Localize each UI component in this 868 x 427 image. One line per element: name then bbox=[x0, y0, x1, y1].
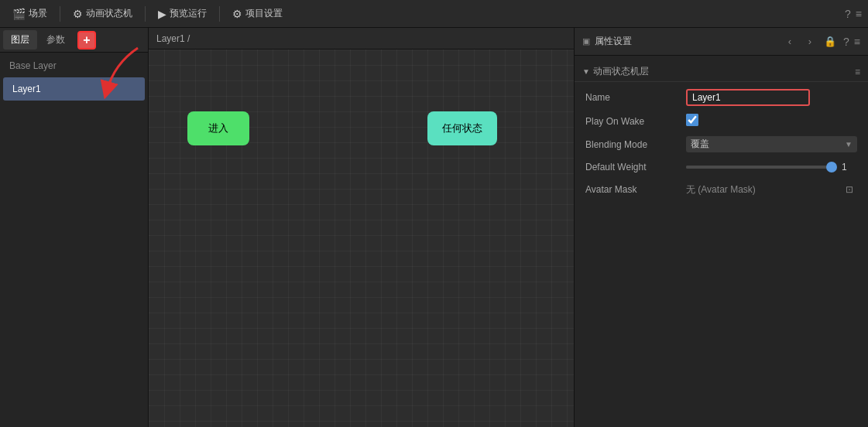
prop-row-default-weight: Default Weight 1 bbox=[575, 156, 868, 178]
right-panel-content: ▼ 动画状态机层 ≡ Name Play On Wake Blendin bbox=[575, 56, 868, 207]
prop-default-weight-value: 1 bbox=[686, 162, 857, 173]
prop-default-weight-label: Default Weight bbox=[585, 162, 686, 173]
prop-name-label: Name bbox=[585, 92, 686, 103]
section-header-animator-layer: ▼ 动画状态机层 ≡ bbox=[575, 62, 868, 82]
prop-row-avatar-mask: Avatar Mask 无 (Avatar Mask) ⊡ bbox=[575, 178, 868, 201]
avatar-mask-text: 无 (Avatar Mask) bbox=[686, 183, 756, 196]
weight-slider-thumb[interactable] bbox=[826, 162, 837, 173]
name-input[interactable] bbox=[686, 89, 810, 106]
weight-slider-row: 1 bbox=[686, 162, 857, 173]
prop-avatar-mask-label: Avatar Mask bbox=[585, 184, 686, 195]
weight-slider-fill bbox=[686, 166, 835, 169]
left-panel-tabs: 图层 参数 + bbox=[0, 28, 148, 53]
toolbar-preview-label: 预览运行 bbox=[170, 7, 207, 20]
blending-mode-select[interactable]: 覆盖 ▼ bbox=[686, 136, 857, 152]
menu-icon[interactable]: ≡ bbox=[856, 8, 862, 20]
prop-row-name: Name bbox=[575, 85, 868, 110]
blending-mode-text: 覆盖 bbox=[691, 138, 709, 151]
nav-lock-button[interactable]: 🔒 bbox=[822, 33, 839, 50]
state-enter-node[interactable]: 进入 bbox=[187, 111, 249, 145]
toolbar-sep-2 bbox=[145, 6, 146, 22]
prop-name-value bbox=[686, 89, 857, 106]
top-toolbar: 🎬 场景 ⚙ 动画状态机 ▶ 预览运行 ⚙ 项目设置 ? ≡ bbox=[0, 0, 868, 28]
toolbar-sep-1 bbox=[60, 6, 60, 22]
left-panel: 图层 参数 + Base Layer Layer1 bbox=[0, 28, 149, 427]
section-title: 动画状态机层 bbox=[593, 65, 649, 78]
toolbar-settings[interactable]: ⚙ 项目设置 bbox=[226, 4, 289, 23]
toolbar-animator[interactable]: ⚙ 动画状态机 bbox=[67, 4, 139, 23]
add-layer-button[interactable]: + bbox=[77, 31, 96, 50]
base-layer-label: Base Layer bbox=[0, 56, 148, 76]
settings-icon: ⚙ bbox=[232, 8, 242, 20]
toolbar-scene-label: 场景 bbox=[29, 7, 47, 20]
weight-slider-value: 1 bbox=[842, 162, 857, 173]
nav-back-button[interactable]: ‹ bbox=[781, 33, 798, 50]
state-any-node[interactable]: 任何状态 bbox=[427, 111, 497, 145]
prop-row-play-on-wake: Play On Wake bbox=[575, 110, 868, 132]
prop-row-blending-mode: Blending Mode 覆盖 ▼ bbox=[575, 132, 868, 156]
preview-icon: ▶ bbox=[158, 8, 166, 20]
right-panel-icon: ▣ bbox=[582, 36, 590, 46]
main-layout: 图层 参数 + Base Layer Layer1 Layer1 / 进入 任何… bbox=[0, 28, 868, 427]
toolbar-settings-label: 项目设置 bbox=[245, 7, 283, 20]
right-help-icon[interactable]: ? bbox=[843, 36, 849, 48]
canvas-area: Layer1 / 进入 任何状态 bbox=[149, 28, 574, 427]
right-panel-title: 属性设置 bbox=[595, 35, 777, 48]
nav-forward-button[interactable]: › bbox=[801, 33, 818, 50]
weight-slider-track[interactable] bbox=[686, 166, 835, 169]
right-panel-header: ▣ 属性设置 ‹ › 🔒 ? ≡ bbox=[575, 28, 868, 56]
right-menu-icon[interactable]: ≡ bbox=[854, 36, 860, 48]
tab-params[interactable]: 参数 bbox=[39, 30, 73, 50]
breadcrumb-path: Layer1 / bbox=[156, 33, 190, 44]
scene-icon: 🎬 bbox=[12, 8, 26, 20]
toolbar-preview[interactable]: ▶ 预览运行 bbox=[152, 4, 213, 23]
help-icon[interactable]: ? bbox=[845, 8, 851, 20]
prop-play-on-wake-value bbox=[686, 114, 857, 128]
layer-list: Base Layer Layer1 bbox=[0, 53, 148, 427]
state-any-label: 任何状态 bbox=[442, 121, 482, 135]
canvas-grid[interactable]: 进入 任何状态 bbox=[149, 50, 574, 427]
avatar-mask-pick-button[interactable]: ⊡ bbox=[842, 182, 857, 197]
blending-mode-arrow-icon: ▼ bbox=[845, 140, 853, 149]
state-enter-label: 进入 bbox=[208, 121, 228, 135]
animator-icon: ⚙ bbox=[73, 8, 83, 20]
prop-play-on-wake-label: Play On Wake bbox=[585, 116, 686, 127]
right-panel-nav: ‹ › 🔒 bbox=[781, 33, 839, 50]
tab-layers[interactable]: 图层 bbox=[3, 30, 37, 50]
prop-avatar-mask-value: 无 (Avatar Mask) ⊡ bbox=[686, 182, 857, 197]
right-panel: ▣ 属性设置 ‹ › 🔒 ? ≡ ▼ 动画状态机层 ≡ Name bbox=[574, 28, 868, 427]
layer-item-layer1[interactable]: Layer1 bbox=[3, 77, 145, 101]
section-menu-icon[interactable]: ≡ bbox=[855, 67, 860, 77]
section-collapse-icon[interactable]: ▼ bbox=[582, 67, 590, 76]
toolbar-right: ? ≡ bbox=[845, 8, 862, 20]
play-on-wake-checkbox[interactable] bbox=[686, 114, 698, 126]
toolbar-scene[interactable]: 🎬 场景 bbox=[6, 4, 53, 23]
prop-blending-mode-value: 覆盖 ▼ bbox=[686, 136, 857, 152]
breadcrumb: Layer1 / bbox=[149, 28, 574, 50]
prop-blending-mode-label: Blending Mode bbox=[585, 139, 686, 150]
toolbar-animator-label: 动画状态机 bbox=[86, 7, 132, 20]
avatar-mask-wrapper: 无 (Avatar Mask) ⊡ bbox=[686, 182, 857, 197]
toolbar-sep-3 bbox=[219, 6, 220, 22]
